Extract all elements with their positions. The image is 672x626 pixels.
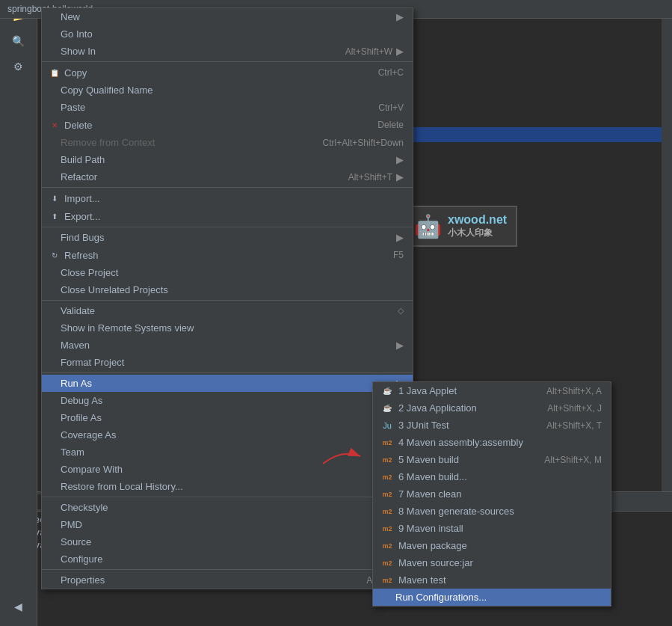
arrow-icon: ▶ [396, 154, 404, 165]
maven-icon: m2 [380, 506, 394, 517]
java-icon: ☕ [380, 386, 394, 396]
menu-item-restore-local[interactable]: Restore from Local History... [42, 478, 413, 495]
menu-separator-4 [42, 300, 413, 301]
arrow-icon: ▶ [396, 340, 404, 351]
menu-item-validate[interactable]: Validate ◇ [42, 302, 413, 319]
sidebar-icon-2[interactable]: 🔍 [7, 29, 31, 53]
import-icon: ⬇ [49, 192, 61, 204]
watermark: 🤖 xwood.net 小木人印象 [404, 206, 517, 247]
maven-icon: m2 [380, 472, 394, 482]
menu-item-checkstyle[interactable]: Checkstyle ▶ [42, 499, 413, 516]
delete-icon: ✕ [49, 119, 61, 131]
watermark-subtitle: 小木人印象 [448, 227, 507, 239]
maven-icon: m2 [380, 489, 394, 500]
menu-item-properties[interactable]: Properties Alt+Enter [42, 571, 413, 589]
menu-separator-2 [42, 187, 413, 188]
menu-item-configure[interactable]: Configure ▶ [42, 550, 413, 568]
arrow-icon: ▶ [396, 232, 404, 243]
submenu-maven-test[interactable]: m2 Maven test [373, 571, 611, 589]
run-as-submenu: ☕ 1 Java Applet Alt+Shift+X, A ☕ 2 Java … [372, 381, 611, 607]
sidebar-icon-3[interactable]: ⚙ [7, 55, 31, 79]
menu-separator-7 [42, 569, 413, 570]
menu-item-show-in[interactable]: Show In Alt+Shift+W ▶ [42, 43, 413, 60]
menu-item-close-project[interactable]: Close Project [42, 264, 413, 281]
menu-separator-5 [42, 372, 413, 373]
refresh-icon: ↻ [49, 249, 61, 261]
menu-item-pmd[interactable]: PMD ▶ [42, 516, 413, 533]
menu-item-source[interactable]: Source ▶ [42, 533, 413, 550]
arrow-icon: ▶ [396, 171, 404, 182]
submenu-maven-build2[interactable]: m2 6 Maven build... [373, 468, 611, 485]
menu-item-delete[interactable]: ✕ Delete Delete [42, 116, 413, 134]
watermark-text: xwood.net 小木人印象 [448, 213, 507, 239]
sidebar-icon-4[interactable]: ◀ [7, 595, 31, 619]
submenu-maven-generate[interactable]: m2 8 Maven generate-sources [373, 503, 611, 520]
context-menu: New ▶ Go Into Show In Alt+Shift+W ▶ 📋 Co… [41, 7, 413, 589]
java-icon: ☕ [380, 403, 394, 414]
menu-item-run-as[interactable]: Run As ▶ [42, 375, 413, 392]
menu-item-debug-as[interactable]: Debug As ▶ [42, 392, 413, 409]
menu-item-import[interactable]: ⬇ Import... [42, 189, 413, 207]
junit-icon: Ju [380, 420, 394, 431]
menu-item-show-remote[interactable]: Show in Remote Systems view [42, 319, 413, 337]
submenu-maven-install[interactable]: m2 9 Maven install [373, 520, 611, 537]
arrow-icon: ▶ [396, 46, 404, 57]
submenu-maven-source[interactable]: m2 Maven source:jar [373, 554, 611, 571]
maven-icon: m2 [380, 575, 394, 586]
maven-icon: m2 [380, 558, 394, 568]
menu-item-close-unrelated[interactable]: Close Unrelated Projects [42, 281, 413, 298]
menu-item-format-project[interactable]: Format Project [42, 354, 413, 371]
menu-item-remove-context[interactable]: Remove from Context Ctrl+Alt+Shift+Down [42, 134, 413, 151]
submenu-run-configurations[interactable]: Run Configurations... [373, 589, 611, 606]
menu-item-maven[interactable]: Maven ▶ [42, 337, 413, 354]
menu-item-new[interactable]: New ▶ [42, 8, 413, 25]
maven-icon: m2 [380, 524, 394, 534]
robot-icon: 🤖 [414, 213, 442, 239]
submenu-junit-test[interactable]: Ju 3 JUnit Test Alt+Shift+X, T [373, 417, 611, 434]
menu-item-copy-qualified[interactable]: Copy Qualified Name [42, 82, 413, 99]
submenu-maven-package[interactable]: m2 Maven package [373, 537, 611, 554]
maven-icon: m2 [380, 438, 394, 448]
menu-item-export[interactable]: ⬆ Export... [42, 207, 413, 225]
maven-icon: m2 [380, 541, 394, 551]
menu-separator-3 [42, 227, 413, 227]
submenu-maven-clean[interactable]: m2 7 Maven clean [373, 485, 611, 503]
diamond-icon: ◇ [398, 306, 404, 316]
submenu-java-application[interactable]: ☕ 2 Java Application Alt+Shift+X, J [373, 399, 611, 417]
menu-item-copy[interactable]: 📋 Copy Ctrl+C [42, 64, 413, 82]
copy-icon: 📋 [49, 67, 61, 79]
red-arrow-icon [319, 445, 364, 467]
menu-item-build-path[interactable]: Build Path ▶ [42, 151, 413, 168]
watermark-title: xwood.net [448, 213, 507, 227]
submenu-maven-assembly[interactable]: m2 4 Maven assembly:assembly [373, 434, 611, 451]
export-icon: ⬆ [49, 210, 61, 222]
menu-item-paste[interactable]: Paste Ctrl+V [42, 99, 413, 116]
submenu-java-applet[interactable]: ☕ 1 Java Applet Alt+Shift+X, A [373, 382, 611, 399]
submenu-maven-build[interactable]: m2 5 Maven build Alt+Shift+X, M [373, 451, 611, 468]
menu-item-refresh[interactable]: ↻ Refresh F5 [42, 246, 413, 264]
menu-separator-6 [42, 497, 413, 497]
menu-item-refactor[interactable]: Refactor Alt+Shift+T ▶ [42, 168, 413, 185]
menu-item-profile-as[interactable]: Profile As ▶ [42, 409, 413, 426]
menu-item-find-bugs[interactable]: Find Bugs ▶ [42, 229, 413, 246]
maven-icon: m2 [380, 455, 394, 465]
arrow-icon: ▶ [396, 11, 404, 22]
menu-item-coverage-as[interactable]: Coverage As ▶ [42, 426, 413, 444]
menu-item-go-into[interactable]: Go Into [42, 25, 413, 43]
left-sidebar: 📁 🔍 ⚙ ◀ [0, 0, 37, 626]
menu-separator-1 [42, 61, 413, 62]
